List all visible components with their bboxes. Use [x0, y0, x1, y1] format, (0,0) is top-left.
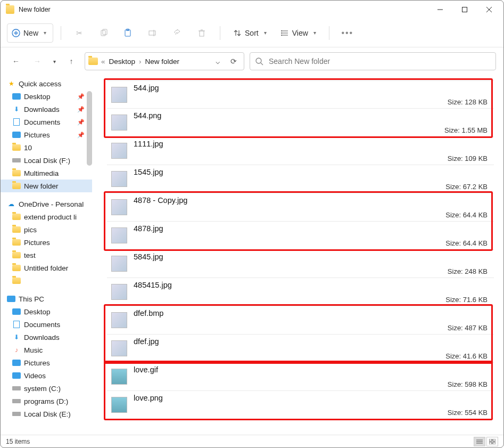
folder-icon	[12, 264, 21, 272]
sidebar-item-unnamed[interactable]	[1, 274, 92, 287]
pin-icon: 📌	[77, 93, 85, 100]
file-row[interactable]: 544.pngSize: 1.55 MB	[107, 109, 494, 137]
sidebar-item-local-disk-f-[interactable]: Local Disk (F:)	[1, 154, 92, 167]
sidebar-item-10[interactable]: 10	[1, 141, 92, 154]
star-icon: ★	[7, 79, 15, 88]
sidebar-item-extend-product-li[interactable]: extend product li	[1, 210, 92, 223]
sidebar-item-label: pics	[24, 226, 37, 234]
sidebar-item-pictures[interactable]: Pictures📌	[1, 128, 92, 141]
pc-icon	[7, 296, 15, 302]
window-folder-icon	[6, 5, 14, 14]
sidebar-item-pics[interactable]: pics	[1, 223, 92, 236]
pin-icon: 📌	[77, 106, 85, 113]
breadcrumb-desktop[interactable]: Desktop	[108, 56, 137, 67]
file-row[interactable]: 4878.jpgSize: 64.4 KB	[107, 222, 494, 250]
sidebar-item-untitled-folder[interactable]: Untitled folder	[1, 262, 92, 274]
sidebar-item-multimedia[interactable]: Multimedia	[1, 167, 92, 180]
search-input[interactable]	[269, 57, 490, 66]
folder-icon	[12, 276, 21, 285]
folder-icon	[12, 251, 21, 259]
new-button[interactable]: New ▾	[7, 23, 53, 43]
sidebar-item-new-folder[interactable]: New folder	[1, 180, 92, 192]
more-button[interactable]: •••	[337, 23, 358, 43]
sidebar-onedrive[interactable]: ☁OneDrive - Personal	[1, 198, 92, 210]
address-bar[interactable]: « Desktop › New folder ⌵ ⟳	[85, 52, 244, 70]
file-row[interactable]: 544.jpgSize: 128 KB	[107, 80, 494, 109]
sidebar-item-downloads[interactable]: ⬇Downloads	[1, 331, 92, 344]
sidebar-item-label: Untitled folder	[24, 264, 68, 272]
file-row[interactable]: love.gifSize: 598 KB	[107, 363, 494, 391]
sidebar-this-pc[interactable]: This PC	[1, 292, 92, 305]
nav-row: ← → ▾ ↑ « Desktop › New folder ⌵ ⟳	[1, 47, 503, 75]
downloads-icon: ⬇	[12, 105, 21, 113]
window-title: New folder	[19, 6, 428, 13]
sort-button[interactable]: Sort ▾	[228, 23, 272, 43]
sidebar-item-downloads[interactable]: ⬇Downloads📌	[1, 103, 92, 116]
file-size: Size: 1.55 MB	[444, 126, 488, 134]
sidebar-item-label: Desktop	[24, 308, 51, 316]
details-view-toggle[interactable]	[474, 437, 485, 446]
file-row[interactable]: dfef.bmpSize: 487 KB	[107, 306, 494, 335]
copy-icon	[100, 29, 108, 37]
view-button[interactable]: View ▾	[275, 23, 321, 43]
sidebar-scrollbar[interactable]	[87, 75, 92, 435]
sidebar-item-label: extend product li	[24, 213, 77, 221]
sidebar-item-test[interactable]: test	[1, 249, 92, 262]
sidebar-item-label: 10	[24, 144, 32, 152]
file-thumbnail	[111, 397, 127, 413]
file-size: Size: 487 KB	[448, 324, 488, 332]
address-dropdown[interactable]: ⌵	[211, 57, 225, 66]
forward-button[interactable]: →	[29, 53, 45, 69]
sidebar-item-pictures[interactable]: Pictures	[1, 356, 92, 369]
sidebar-item-desktop[interactable]: Desktop📌	[1, 90, 92, 103]
refresh-button[interactable]: ⟳	[227, 57, 241, 66]
documents-icon	[12, 118, 21, 126]
sidebar-item-label: New folder	[24, 182, 59, 190]
sidebar-item-local-disk-e-[interactable]: Local Disk (E:)	[1, 408, 92, 420]
share-button[interactable]	[167, 23, 188, 43]
sidebar-item-system-c-[interactable]: system (C:)	[1, 382, 92, 395]
file-row[interactable]: dfef.jpgSize: 41.6 KB	[107, 335, 494, 363]
minimize-button[interactable]	[428, 1, 452, 18]
search-box[interactable]	[250, 52, 496, 70]
back-button[interactable]: ←	[8, 53, 24, 69]
cut-button[interactable]: ✂	[69, 23, 90, 43]
sidebar-item-videos[interactable]: Videos	[1, 369, 92, 382]
folder-icon	[12, 169, 21, 177]
sidebar-item-label: programs (D:)	[24, 397, 68, 405]
sidebar-item-label: Pictures	[24, 359, 50, 367]
pictures-icon	[12, 359, 21, 367]
file-row[interactable]: 5845.jpgSize: 248 KB	[107, 250, 494, 278]
sidebar-quick-access[interactable]: ★Quick access	[1, 77, 92, 90]
file-row[interactable]: 485415.jpgSize: 71.6 KB	[107, 278, 494, 306]
sidebar-item-pictures[interactable]: Pictures	[1, 236, 92, 249]
paste-icon	[124, 29, 133, 37]
thumbnails-view-toggle[interactable]	[486, 437, 498, 446]
file-thumbnail	[111, 256, 127, 272]
file-row[interactable]: 4878 - Copy.jpgSize: 64.4 KB	[107, 193, 494, 222]
search-icon	[255, 58, 263, 66]
paste-button[interactable]	[118, 23, 139, 43]
delete-button[interactable]	[191, 23, 212, 43]
file-row[interactable]: love.pngSize: 554 KB	[107, 391, 494, 419]
breadcrumb-current[interactable]: New folder	[144, 56, 181, 67]
maximize-button[interactable]	[452, 1, 477, 18]
sidebar-item-label: Local Disk (F:)	[24, 157, 70, 165]
toolbar-separator	[220, 26, 220, 40]
sidebar-item-documents[interactable]: Documents	[1, 318, 92, 331]
sidebar-item-documents[interactable]: Documents📌	[1, 116, 92, 128]
file-size: Size: 41.6 KB	[445, 352, 488, 360]
sidebar-item-programs-d-[interactable]: programs (D:)	[1, 395, 92, 408]
copy-button[interactable]	[93, 23, 114, 43]
chevron-down-icon: ▾	[313, 30, 316, 36]
rename-button[interactable]	[142, 23, 163, 43]
close-button[interactable]	[477, 1, 501, 18]
file-row[interactable]: 1545.jpgSize: 67.2 KB	[107, 165, 494, 193]
titlebar: New folder	[1, 1, 503, 19]
recent-locations-button[interactable]: ▾	[51, 53, 58, 69]
file-row[interactable]: 1111.jpgSize: 109 KB	[107, 137, 494, 165]
sidebar-item-desktop[interactable]: Desktop	[1, 305, 92, 318]
sidebar-item-music[interactable]: ♪Music	[1, 344, 92, 356]
up-button[interactable]: ↑	[63, 53, 79, 69]
sidebar-item-label: system (C:)	[24, 385, 61, 393]
